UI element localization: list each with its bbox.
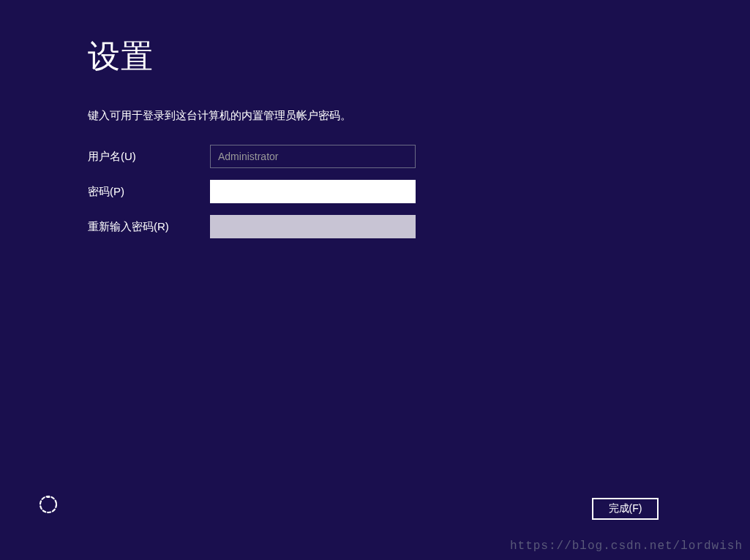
watermark-text: https://blog.csdn.net/lordwish	[510, 540, 743, 553]
password-row: 密码(P)	[88, 180, 750, 203]
password-input[interactable]	[210, 180, 416, 203]
page-description: 键入可用于登录到这台计算机的内置管理员帐户密码。	[88, 109, 750, 123]
ease-of-access-icon[interactable]	[38, 494, 59, 515]
settings-container: 设置 键入可用于登录到这台计算机的内置管理员帐户密码。 用户名(U) 密码(P)…	[0, 0, 750, 238]
svg-point-0	[40, 496, 56, 512]
confirm-password-label: 重新输入密码(R)	[88, 220, 210, 234]
username-row: 用户名(U)	[88, 145, 750, 168]
confirm-password-row: 重新输入密码(R)	[88, 215, 750, 238]
username-label: 用户名(U)	[88, 150, 210, 164]
password-label: 密码(P)	[88, 185, 210, 199]
confirm-password-input[interactable]	[210, 215, 416, 238]
finish-button[interactable]: 完成(F)	[592, 498, 659, 520]
page-title: 设置	[88, 35, 750, 78]
username-input	[210, 145, 416, 168]
